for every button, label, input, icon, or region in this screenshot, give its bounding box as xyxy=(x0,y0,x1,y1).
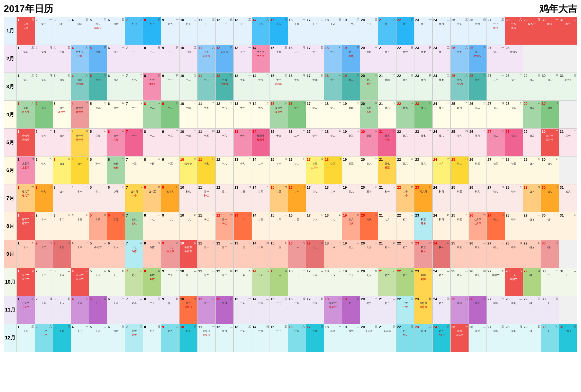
day-festival-9-10: 教师节 xyxy=(184,250,192,253)
day-weekday-6-9: 五 xyxy=(176,157,178,161)
day-cell-5-8: 8 一 十二 xyxy=(143,129,161,156)
day-number-7-29: 29 xyxy=(524,185,528,189)
day-lunar-4-9: 十三 xyxy=(168,106,173,110)
day-lunar-12-14: 廿六 xyxy=(258,330,263,333)
day-lunar-10-8: 寒露 xyxy=(150,274,154,277)
day-lunar-5-14: 母亲节 xyxy=(257,134,264,138)
day-lunar-2-9: 十三 xyxy=(168,50,173,54)
day-number-12-28: 28 xyxy=(506,325,510,329)
day-number-8-17: 17 xyxy=(307,213,311,217)
day-number-9-29: 29 xyxy=(524,241,528,245)
day-weekday-2-6: 一 xyxy=(122,46,124,49)
day-lunar-4-27: 初三 xyxy=(493,106,498,110)
day-lunar-11-16: 廿八 xyxy=(294,302,299,305)
day-weekday-10-11: 三 xyxy=(212,269,215,273)
day-number-9-1: 1 xyxy=(18,241,20,245)
day-cell-4-4: 4 二 清明节 清明节 xyxy=(71,101,89,129)
day-lunar-2-5: 初九 xyxy=(96,50,100,54)
month-label-8: 8月 xyxy=(4,212,17,240)
day-number-1-27: 27 xyxy=(488,18,492,22)
day-cell-4-26: 26 三 初二 xyxy=(468,101,487,129)
day-cell-10-7: 7 六 初七 xyxy=(125,268,144,296)
day-weekday-9-9: 六 xyxy=(176,241,178,245)
day-number-1-23: 23 xyxy=(415,18,419,22)
day-cell-7-2: 2 日 初九 xyxy=(35,184,53,212)
day-cell-9-22: 22 五 初二 xyxy=(396,240,414,268)
day-cell-6-7: 7 三 十三 xyxy=(125,156,144,184)
day-lunar-1-10: 初十 xyxy=(186,22,191,26)
day-lunar-7-24: 初四 xyxy=(439,190,444,193)
day-weekday-10-23: 一 xyxy=(429,269,432,273)
calendar-page: 2017年日历 鸡年大吉 1月 1 日 元旦 元旦 2 一 初二 xyxy=(0,0,581,354)
day-lunar-7-17: 廿七 xyxy=(312,190,318,193)
day-cell-5-5: 5 五 立夏 xyxy=(89,129,107,156)
day-cell-9-28: 28 四 初八 xyxy=(505,240,523,268)
day-weekday-12-19: 二 xyxy=(357,325,359,329)
day-lunar-10-25: 初六 xyxy=(457,274,462,277)
day-cell-7-30: 30 日 初七 xyxy=(541,184,559,212)
day-number-12-26: 26 xyxy=(470,325,474,329)
day-lunar-11-25: 初六 xyxy=(457,302,462,305)
day-lunar-8-25: 初五 xyxy=(457,218,462,221)
day-weekday-7-31: 一 xyxy=(574,185,576,189)
day-lunar-7-3: 初十 xyxy=(59,190,64,193)
day-number-6-21: 21 xyxy=(379,157,383,161)
month-label-3: 3月 xyxy=(4,73,17,101)
day-lunar-2-4: 六九天 xyxy=(76,50,84,54)
day-lunar-10-14: 廿五 xyxy=(258,274,263,277)
day-cell-4-11: 11 二 十五 xyxy=(198,101,216,129)
day-cell-5-14: 14 日 母亲节 母亲节 xyxy=(252,129,270,156)
day-number-1-16: 16 xyxy=(289,18,293,22)
day-weekday-11-30: 四 xyxy=(556,297,558,301)
day-weekday-2-26: 日 xyxy=(483,46,486,49)
day-number-5-18: 18 xyxy=(325,130,329,134)
day-cell-11-14: 14 二 廿六 xyxy=(252,296,270,324)
day-number-1-28: 28 xyxy=(506,18,510,22)
day-lunar-8-8: 十七 xyxy=(150,218,154,221)
day-number-10-15: 15 xyxy=(270,269,274,273)
day-weekday-11-24: 五 xyxy=(447,297,450,301)
day-weekday-5-20: 六 xyxy=(375,130,377,133)
day-cell-2-3: 3 五 立春 xyxy=(53,45,71,73)
day-number-1-8: 8 xyxy=(144,18,146,22)
day-lunar-6-5: 十一 xyxy=(96,162,100,165)
day-festival-10-4: 中秋节 xyxy=(76,278,84,281)
day-weekday-12-18: 一 xyxy=(339,325,341,329)
day-cell-5-19: 19 五 廿三 xyxy=(342,129,360,156)
day-weekday-7-24: 一 xyxy=(447,185,450,189)
day-lunar-11-8: 二十 xyxy=(150,302,154,305)
day-lunar-8-6: 十五 xyxy=(114,218,118,221)
day-cell-4-29: 29 六 初四 xyxy=(523,101,541,129)
day-number-8-23: 23 xyxy=(415,213,419,217)
day-lunar-11-5: 十七 xyxy=(96,302,100,305)
day-weekday-9-13: 三 xyxy=(248,241,251,245)
day-festival-1-1: 元旦 xyxy=(23,26,28,30)
day-weekday-4-2: 日 xyxy=(49,102,52,105)
day-weekday-3-23: 四 xyxy=(429,74,432,77)
day-weekday-6-1: 四 xyxy=(32,157,34,161)
day-cell-12-15: 15 五 廿七 xyxy=(270,324,288,352)
day-lunar-8-26: 七夕节 xyxy=(474,218,481,221)
day-cell-9-20: 20 三 八月 xyxy=(360,240,378,268)
day-lunar-6-28: 初五 xyxy=(511,162,516,165)
day-number-4-1: 1 xyxy=(18,102,20,106)
day-cell-6-23: 23 五 廿九 xyxy=(414,156,433,184)
day-cell-4-28: 28 五 初四 xyxy=(505,101,523,129)
day-cell-7-16: 16 日 廿六 xyxy=(288,184,306,212)
day-lunar-5-4: 青年节 xyxy=(76,134,84,138)
day-number-11-24: 24 xyxy=(434,297,437,301)
day-number-11-28: 28 xyxy=(506,297,510,301)
day-lunar-9-14: 廿四 xyxy=(258,246,263,249)
day-weekday-1-18: 三 xyxy=(339,18,341,21)
day-weekday-12-30: 六 xyxy=(556,325,558,329)
day-weekday-1-16: 一 xyxy=(302,18,305,21)
day-lunar-1-20: 二十 xyxy=(366,22,372,26)
day-cell-6-14: 14 三 二十 xyxy=(252,156,270,184)
day-festival-2-11: 元宵节 xyxy=(203,54,210,58)
day-lunar-7-19: 廿九 xyxy=(348,190,354,193)
day-weekday-12-20: 三 xyxy=(375,325,377,329)
day-lunar-9-19: 廿九 xyxy=(348,246,354,249)
day-weekday-4-21: 五 xyxy=(393,102,396,105)
day-lunar-7-7: 初十四 xyxy=(130,190,138,193)
day-cell-3-28: 28 二 初一 xyxy=(505,73,523,101)
